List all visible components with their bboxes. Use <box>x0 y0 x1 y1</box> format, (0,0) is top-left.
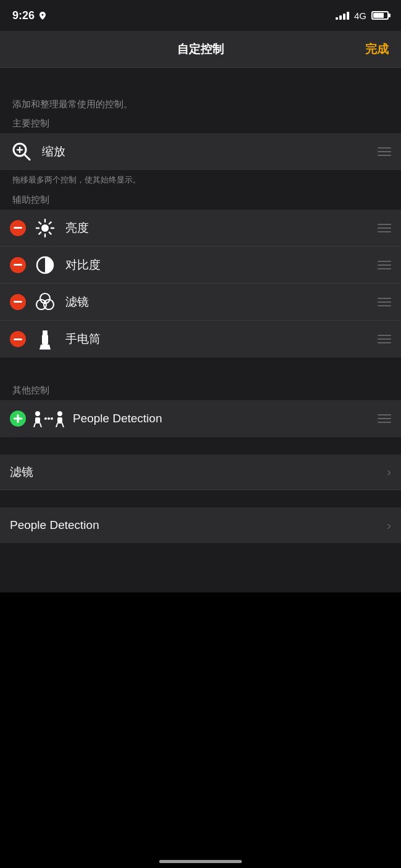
zoom-icon-container <box>10 140 33 163</box>
nav-item-people-detection[interactable]: People Detection › <box>0 507 401 543</box>
filter-icon-container <box>33 290 57 314</box>
torch-drag-handle[interactable] <box>378 335 391 343</box>
filter-label: 滤镜 <box>65 294 378 310</box>
contrast-label: 对比度 <box>65 257 378 273</box>
people-detection-icon <box>33 410 64 427</box>
brightness-icon <box>35 218 55 238</box>
status-right: 4G <box>336 10 389 21</box>
main-controls-list: 缩放 <box>0 133 401 170</box>
torch-icon <box>36 329 54 350</box>
description-text: 添加和整理最常使用的控制。 <box>12 99 133 109</box>
svg-line-11 <box>49 222 51 224</box>
drag-info-text: 拖移最多两个控制，使其始终显示。 <box>12 175 141 184</box>
status-time: 9:26 <box>12 9 47 22</box>
svg-line-1 <box>25 155 30 160</box>
svg-rect-29 <box>57 417 62 424</box>
aux-controls-header: 辅助控制 <box>0 189 401 210</box>
remove-brightness-button[interactable] <box>10 220 26 236</box>
contrast-drag-handle[interactable] <box>378 261 391 269</box>
description-section: 添加和整理最常使用的控制。 <box>0 90 401 113</box>
svg-line-12 <box>39 232 41 234</box>
nav-item-filter[interactable]: 滤镜 › <box>0 454 401 490</box>
aux-controls-label: 辅助控制 <box>12 194 49 205</box>
filter-chevron-icon: › <box>387 465 391 479</box>
svg-rect-17 <box>42 335 48 345</box>
svg-point-4 <box>41 224 49 232</box>
svg-marker-19 <box>39 345 51 350</box>
done-button[interactable]: 完成 <box>365 41 389 57</box>
list-item-filter[interactable]: 滤镜 <box>0 284 401 321</box>
other-controls-label: 其他控制 <box>12 385 49 395</box>
zoom-drag-handle[interactable] <box>378 147 391 156</box>
status-bar: 9:26 4G <box>0 0 401 31</box>
signal-type: 4G <box>354 10 366 21</box>
zoom-icon <box>11 141 32 162</box>
svg-point-27 <box>51 417 53 420</box>
remove-torch-button[interactable] <box>10 331 26 347</box>
brightness-icon-container <box>33 216 57 240</box>
home-indicator <box>159 860 242 863</box>
nav-bar: 自定控制 完成 <box>0 31 401 68</box>
filter-drag-handle[interactable] <box>378 298 391 306</box>
contrast-icon-container <box>33 253 57 277</box>
drag-info-section: 拖移最多两个控制，使其始终显示。 <box>0 170 401 189</box>
top-gap <box>0 68 401 90</box>
other-controls-header: 其他控制 <box>0 380 401 400</box>
torch-icon-container <box>33 327 57 351</box>
bottom-padding <box>0 543 401 592</box>
svg-point-21 <box>35 411 40 416</box>
zoom-label: 缩放 <box>42 144 378 160</box>
list-item-brightness[interactable]: 亮度 <box>0 210 401 247</box>
add-people-detection-button[interactable] <box>10 411 26 427</box>
torch-label: 手电筒 <box>65 331 378 347</box>
svg-line-23 <box>34 424 35 427</box>
people-detection-drag-handle[interactable] <box>378 414 391 423</box>
main-controls-header: 主要控制 <box>0 113 401 133</box>
svg-point-28 <box>57 411 62 416</box>
nav-people-detection-label: People Detection <box>10 518 387 532</box>
remove-contrast-button[interactable] <box>10 257 26 273</box>
page-title: 自定控制 <box>177 41 224 57</box>
people-detection-icon-container <box>33 407 64 430</box>
bottom-nav-list: 滤镜 › <box>0 454 401 490</box>
svg-point-25 <box>44 417 47 420</box>
nav-filter-label: 滤镜 <box>10 464 387 480</box>
battery-icon <box>371 11 389 20</box>
remove-filter-button[interactable] <box>10 294 26 310</box>
svg-line-10 <box>49 232 51 234</box>
middle-gap <box>0 358 401 380</box>
svg-line-9 <box>39 222 41 224</box>
bottom-gap1 <box>0 437 401 454</box>
svg-rect-20 <box>43 330 48 333</box>
brightness-label: 亮度 <box>65 220 378 236</box>
people-detection-label: People Detection <box>73 412 378 425</box>
location-icon <box>38 11 47 20</box>
bottom-gap2 <box>0 490 401 507</box>
svg-line-30 <box>56 424 57 427</box>
content: 添加和整理最常使用的控制。 主要控制 缩放 拖 <box>0 68 401 592</box>
list-item-torch[interactable]: 手电筒 <box>0 321 401 358</box>
list-item-people-detection[interactable]: People Detection <box>0 400 401 437</box>
signal-bars <box>336 11 349 20</box>
svg-line-31 <box>62 424 64 427</box>
brightness-drag-handle[interactable] <box>378 224 391 232</box>
main-controls-label: 主要控制 <box>12 118 49 128</box>
other-controls-list: People Detection <box>0 400 401 437</box>
svg-line-24 <box>40 424 41 427</box>
list-item-zoom[interactable]: 缩放 <box>0 133 401 170</box>
aux-controls-list: 亮度 对比度 <box>0 210 401 358</box>
contrast-icon <box>35 255 55 275</box>
people-detection-nav-chevron-icon: › <box>387 518 391 533</box>
list-item-contrast[interactable]: 对比度 <box>0 247 401 284</box>
bottom-nav-list2: People Detection › <box>0 507 401 543</box>
svg-point-26 <box>48 417 50 420</box>
filter-icon <box>35 292 56 313</box>
svg-rect-22 <box>35 417 40 424</box>
